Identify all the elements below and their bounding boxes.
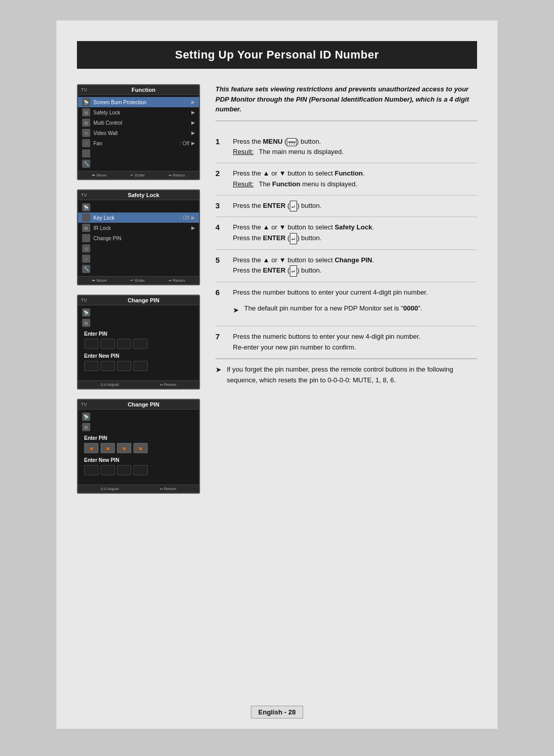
fan-label: Fan — [93, 141, 180, 146]
final-note-arrow: ➤ — [215, 365, 222, 386]
step-7: 7 Press the numeric buttons to enter you… — [215, 326, 477, 359]
menu-icon-symbol-1: ╤╤╤ — [287, 138, 296, 146]
key-lock-label: Key Lock — [93, 215, 180, 221]
tv-row-multi-control: ▤ Multi Control ▶ — [78, 118, 199, 128]
arrow-2: ▶ — [191, 110, 195, 115]
intro-text-content: This feature sets viewing restrictions a… — [215, 85, 469, 113]
pin-box-4 — [133, 339, 148, 349]
tv-row-s4-icon: 📡 — [78, 412, 199, 422]
page: Setting Up Your Personal ID Number TV Fu… — [56, 21, 498, 729]
pin-boxes-enter-3 — [84, 339, 193, 349]
tv-row-video-wall: ◎ Video Wall ▶ — [78, 128, 199, 138]
pin-box-filled-2 — [101, 443, 115, 453]
film-icon-3: ▤ — [82, 224, 90, 232]
tv-row-safety-lock: ▤ Safety Lock ▶ — [78, 107, 199, 118]
footer-return-2: ▪▪ Return — [169, 278, 185, 283]
wrench-icon-1: 🔧 — [82, 160, 90, 168]
film-icon-s4: ▤ — [82, 423, 90, 431]
antenna-icon-3: 📡 — [82, 308, 90, 317]
pin-box-filled-3 — [117, 443, 131, 453]
footer-adjust-4: 0,0 Adjust — [101, 487, 118, 491]
arrow-key-lock: ▶ — [191, 215, 195, 220]
move-icon-2: ⬌ — [92, 278, 95, 283]
result-text-2: The Function menu is displayed. — [259, 179, 357, 190]
step-number-1: 1 — [215, 137, 226, 146]
menu-keyword-1: MENU — [263, 138, 283, 145]
tv-label-2: TV — [81, 192, 87, 198]
footer-move-2: ⬌ Move — [92, 278, 107, 283]
arrow-ir-lock: ▶ — [191, 225, 195, 230]
final-note-content: If you forget the pin number, press the … — [227, 364, 477, 386]
tv-screen-1-body: 📡 Screen Burn Protection ▶ ▤ Safety Lock… — [78, 95, 199, 171]
result-text-1: The main menu is displayed. — [259, 147, 343, 158]
safety-lock-label: Safety Lock — [93, 110, 191, 115]
tv-screen-1-header: TV Function — [78, 85, 199, 95]
pin-box-new-3 — [117, 361, 131, 371]
change-pin-label: Change PIN — [93, 236, 195, 241]
steps-list: 1 Press the MENU (╤╤╤) button. Result: T… — [215, 131, 477, 359]
step-content-6: Press the number buttons to enter your c… — [233, 287, 428, 321]
page-footer: English - 28 — [77, 706, 477, 719]
tv-menu-title-3: Change PIN — [91, 297, 196, 303]
tv-screen-4: TV Change PIN 📡 ▤ Enter PIN — [77, 399, 200, 494]
footer-return-4: ▪▪ Return — [160, 487, 176, 491]
function-bold: Function — [272, 180, 300, 188]
tv-row-screen-burn: 📡 Screen Burn Protection ▶ — [78, 97, 199, 107]
screen-burn-label: Screen Burn Protection — [93, 100, 191, 105]
tv-screen-1: TV Function 📡 Screen Burn Protection ▶ ▤… — [77, 84, 200, 180]
arrow-1: ▶ — [191, 100, 195, 105]
blank-icon-3 — [82, 234, 90, 242]
tv-row-icon-top: 📡 — [78, 202, 199, 212]
pin-box-new-f4 — [133, 465, 148, 475]
tv-footer-3: 0,0 Adjust ▪▪ Return — [78, 380, 199, 389]
step-content-7: Press the numeric buttons to enter your … — [233, 332, 421, 353]
pin-section-4: Enter PIN Enter New PIN — [78, 432, 199, 482]
footer-enter-1: ↵ Enter — [130, 173, 145, 178]
step-1: 1 Press the MENU (╤╤╤) button. Result: T… — [215, 131, 477, 164]
step-content-1: Press the MENU (╤╤╤) button. Result: The… — [233, 137, 344, 158]
footer-text: English - 28 — [251, 706, 304, 719]
tv-row-speaker: ♪ — [78, 254, 199, 264]
result-line-2: Result: The Function menu is displayed. — [233, 179, 365, 190]
enter-keyword-1: ENTER — [263, 202, 286, 209]
page-title: Setting Up Your Personal ID Number — [87, 48, 467, 62]
footer-move-1: ⬌ Move — [92, 173, 107, 178]
step-content-3: Press the ENTER (↵) button. — [233, 201, 322, 212]
tv-screen-4-body: 📡 ▤ Enter PIN Enter New PIN — [78, 410, 199, 484]
antenna-icon-4: 📡 — [82, 413, 90, 421]
film-icon-s3: ▤ — [82, 319, 90, 327]
result-label-2: Result: — [233, 179, 253, 190]
intro-text: This feature sets viewing restrictions a… — [215, 84, 477, 121]
return-icon-1: ▪▪ — [169, 173, 172, 178]
enter-symbol-1: ↵ — [290, 201, 298, 212]
tv-menu-title-2: Safety Lock — [91, 192, 196, 198]
step-6-note: ➤ The default pin number for a new PDP M… — [233, 298, 428, 321]
tv-row-ir-lock: ▤ IR Lock ▶ — [78, 223, 199, 233]
tv-screen-3-body: 📡 ▤ Enter PIN Enter New PIN — [78, 305, 199, 380]
blank-icon-1 — [82, 149, 90, 158]
enter-symbol-2: ↵ — [290, 233, 298, 244]
move-icon-1: ⬌ — [92, 173, 95, 178]
return-icon-3: ▪▪ — [160, 382, 163, 387]
fan-value: : Off — [180, 141, 189, 146]
function-keyword: Function — [334, 169, 363, 177]
tv-screen-3-header: TV Change PIN — [78, 296, 199, 305]
pin-box-filled-1 — [84, 443, 98, 453]
tv-row-wrench-1: 🔧 — [78, 159, 199, 169]
tv-row-change-pin: Change PIN — [78, 233, 199, 243]
tv-row-blank-1 — [78, 148, 199, 159]
pin-box-1 — [84, 339, 98, 349]
tv-screen-2-body: 📡 Key Lock : Off ▶ ▤ IR Lock ▶ — [78, 200, 199, 276]
footer-return-1: ▪▪ Return — [169, 173, 185, 178]
multi-control-label: Multi Control — [93, 120, 191, 126]
change-pin-keyword: Change PIN — [334, 256, 372, 264]
wrench-icon-2: 🔧 — [82, 265, 90, 273]
tv-screen-2-header: TV Safety Lock — [78, 190, 199, 200]
step-2: 2 Press the ▲ or ▼ button to select Func… — [215, 163, 477, 196]
step-number-4: 4 — [215, 223, 226, 231]
tv-screen-3: TV Change PIN 📡 ▤ Enter PIN — [77, 295, 200, 390]
blank-icon-2 — [82, 214, 90, 222]
tv-label-3: TV — [81, 298, 87, 303]
pin-box-new-f3 — [117, 465, 131, 475]
pin-boxes-new-3 — [84, 361, 193, 371]
